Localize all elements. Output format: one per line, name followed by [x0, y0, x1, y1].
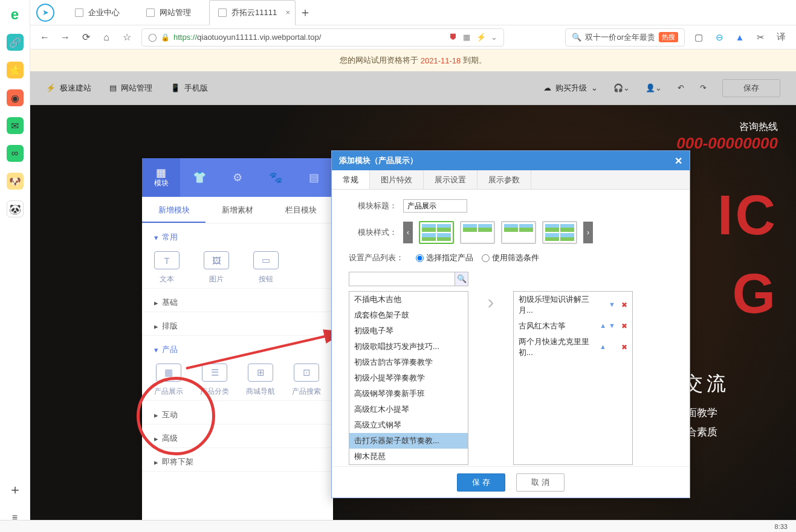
style-option-2[interactable] — [460, 221, 495, 244]
close-dialog-button[interactable]: ✕ — [675, 155, 682, 167]
dlg-tab-general[interactable]: 常规 — [332, 170, 370, 189]
list-item[interactable]: 高级红木小提琴 — [349, 402, 468, 417]
selected-products-list[interactable]: 初级乐理知识讲解三月...▼✖古风红木古筝▲▼✖两个月快速尤克里里初...▲✖ — [513, 291, 633, 465]
module-title-input[interactable] — [403, 199, 467, 213]
move-right-button[interactable]: › — [487, 291, 494, 312]
home-button[interactable]: ⌂ — [100, 31, 112, 43]
dialog-save-button[interactable]: 保 存 — [457, 473, 505, 492]
style-prev-button[interactable]: ‹ — [403, 222, 413, 243]
list-item[interactable]: 初级歌唱技巧发声技巧... — [349, 339, 468, 354]
tile-button[interactable]: ▭按钮 — [253, 251, 279, 284]
buy-upgrade[interactable]: ☁购买升级⌄ — [543, 83, 598, 94]
move-down-icon[interactable]: ▼ — [609, 301, 615, 309]
sidebar-add-icon[interactable]: ＋ — [7, 481, 24, 498]
dlg-tab-display[interactable]: 展示设置 — [424, 170, 477, 189]
style-option-3[interactable] — [501, 221, 536, 244]
dlg-tab-effects[interactable]: 图片特效 — [370, 170, 424, 189]
sidebar-app1-icon[interactable]: 🐶 — [7, 173, 24, 190]
search-box[interactable]: 🔍 双十一价or全年最贵 热搜 — [565, 28, 685, 46]
panel-tab-2[interactable]: 👕 — [180, 158, 218, 197]
section-soon-header[interactable]: ▸即将下架 — [154, 457, 321, 467]
dialog-titlebar[interactable]: 添加模块（产品展示） ✕ — [332, 151, 690, 170]
tab-2[interactable]: 乔拓云11111× — [209, 0, 296, 25]
delete-icon[interactable]: ✖ — [621, 343, 627, 351]
selected-item[interactable]: 两个月快速尤克里里初...▲✖ — [514, 334, 632, 361]
sidebar-star-icon[interactable]: ⭐ — [7, 62, 24, 79]
headset-menu[interactable]: 🎧⌄ — [613, 83, 630, 92]
compass-icon[interactable]: ➤ — [36, 4, 54, 22]
topnav-mobile[interactable]: 📱手机版 — [170, 83, 208, 94]
triangle-icon[interactable]: ▲ — [733, 31, 746, 44]
block-icon[interactable]: ⊖ — [713, 31, 726, 44]
style-next-button[interactable]: › — [583, 222, 593, 243]
subtab-add-module[interactable]: 新增模块 — [142, 197, 205, 223]
radio-use-filter[interactable]: 使用筛选条件 — [482, 252, 539, 263]
radio-select-products[interactable]: 选择指定产品 — [416, 252, 473, 263]
product-search-box[interactable]: 🔍 — [349, 272, 468, 286]
section-basic-header[interactable]: ▸基础 — [154, 297, 321, 308]
section-advanced-header[interactable]: ▸高级 — [154, 433, 321, 444]
tile-mall-nav[interactable]: ⊞商城导航 — [246, 364, 275, 397]
list-item[interactable]: 初级小提琴弹奏教学 — [349, 370, 468, 386]
sidebar-app2-icon[interactable]: 🐼 — [7, 200, 24, 217]
save-page-button[interactable]: 保存 — [722, 79, 780, 97]
forward-button[interactable]: → — [59, 31, 71, 43]
section-interact-header[interactable]: ▸互动 — [154, 409, 321, 420]
sidebar-cloud-icon[interactable]: ∞ — [7, 145, 24, 162]
search-icon[interactable]: 🔍 — [455, 272, 468, 286]
subtab-column-module[interactable]: 栏目模块 — [270, 197, 333, 223]
list-item[interactable]: 三个月吉他弹唱教学 — [349, 464, 468, 465]
delete-icon[interactable]: ✖ — [621, 322, 627, 330]
tab-1[interactable]: 网站管理 — [138, 0, 209, 25]
panel-tab-5[interactable]: ▤ — [295, 158, 333, 197]
selected-item[interactable]: 初级乐理知识讲解三月...▼✖ — [514, 292, 632, 318]
tile-product-display[interactable]: ▦产品展示 — [154, 364, 183, 397]
delete-icon[interactable]: ✖ — [621, 301, 627, 309]
address-bar[interactable]: ◯ 🔒 https://qiaotuoyun11111.vip.webporta… — [141, 28, 504, 46]
panel-tab-4[interactable]: 🐾 — [257, 158, 295, 197]
radio-input[interactable] — [482, 254, 490, 262]
redo-button[interactable]: ↷ — [700, 83, 707, 92]
list-item[interactable]: 高级立式钢琴 — [349, 417, 468, 433]
radio-input[interactable] — [416, 254, 424, 262]
section-layout-header[interactable]: ▸排版 — [154, 321, 321, 332]
tile-product-category[interactable]: ☰产品分类 — [200, 364, 229, 397]
favorite-button[interactable]: ☆ — [121, 31, 133, 43]
selected-item[interactable]: 古风红木古筝▲▼✖ — [514, 318, 632, 334]
qr-icon[interactable]: ▦ — [463, 33, 470, 42]
move-up-icon[interactable]: ▲ — [600, 322, 606, 330]
section-common-header[interactable]: ▾常用 — [154, 232, 321, 243]
list-item[interactable]: 不插电木吉他 — [349, 292, 468, 307]
subtab-add-asset[interactable]: 新增素材 — [205, 197, 269, 223]
sidebar-mail-icon[interactable]: ✉ — [7, 117, 24, 134]
user-menu[interactable]: 👤⌄ — [646, 83, 662, 92]
tile-image[interactable]: 🖼图片 — [204, 251, 229, 284]
sidebar-icon-1[interactable]: 🔗 — [7, 34, 24, 51]
list-item[interactable]: 成套棕色架子鼓 — [349, 307, 468, 323]
undo-button[interactable]: ↶ — [678, 83, 684, 92]
list-item[interactable]: 击打乐器架子鼓节奏教... — [349, 433, 468, 449]
reload-button[interactable]: ⟳ — [80, 31, 92, 43]
list-item[interactable]: 柳木琵琶 — [349, 449, 468, 464]
sidebar-weibo-icon[interactable]: ◉ — [7, 89, 24, 106]
flash-icon[interactable]: ⚡ — [476, 33, 486, 42]
tab-0[interactable]: 企业中心 — [66, 0, 138, 25]
new-tab-button[interactable]: ＋ — [296, 4, 315, 21]
tile-product-search[interactable]: ⊡产品搜索 — [292, 364, 321, 397]
list-item[interactable]: 初级电子琴 — [349, 323, 468, 339]
back-button[interactable]: ← — [39, 31, 51, 43]
section-product-header[interactable]: ▾产品 — [154, 344, 321, 355]
chevron-down-icon[interactable]: ⌄ — [491, 33, 497, 42]
scissors-icon[interactable]: ✂ — [754, 31, 767, 44]
style-option-1[interactable] — [419, 221, 454, 244]
close-icon[interactable]: × — [286, 8, 291, 17]
available-products-list[interactable]: 不插电木吉他成套棕色架子鼓初级电子琴初级歌唱技巧发声技巧...初级古韵古筝弹奏教… — [349, 291, 468, 465]
dlg-tab-params[interactable]: 展示参数 — [477, 170, 531, 189]
topnav-manage[interactable]: ▤网站管理 — [109, 83, 152, 94]
move-down-icon[interactable]: ▼ — [609, 322, 615, 330]
panel-tab-modules[interactable]: ▦模块 — [142, 158, 180, 197]
tile-text[interactable]: T文本 — [154, 251, 180, 284]
translate-icon[interactable]: 译 — [774, 31, 788, 44]
list-item[interactable]: 初级古韵古筝弹奏教学 — [349, 354, 468, 370]
book-icon[interactable]: ▢ — [692, 31, 705, 44]
